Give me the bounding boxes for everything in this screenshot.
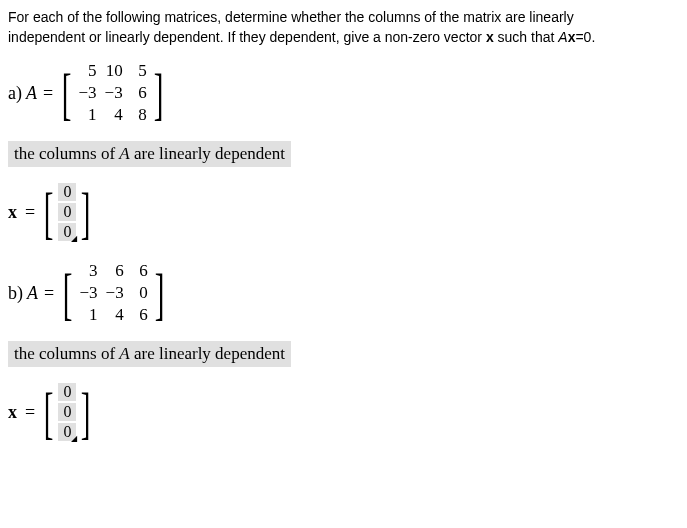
bracket-left-icon: [ (63, 269, 73, 318)
bracket-left-icon: [ (44, 388, 54, 437)
matrix-cell: 8 (129, 105, 149, 125)
answer-a-var: A (119, 144, 129, 163)
problem-a-label: a) (8, 83, 22, 104)
answer-b-var: A (119, 344, 129, 363)
matrix-cell: 6 (130, 305, 150, 325)
bracket-right-icon: ] (155, 269, 165, 318)
vector-input-b-1[interactable]: 0 (58, 383, 76, 401)
x-label-a: x (8, 202, 17, 223)
matrix-cell: 0 (130, 283, 150, 303)
answer-a-suffix: are linearly dependent (130, 144, 285, 163)
matrix-cell: 4 (104, 305, 126, 325)
problem-a: a) A = [ 5 10 5 −3 −3 6 1 4 8 ] (8, 59, 679, 127)
bracket-right-icon: ] (81, 188, 91, 237)
problem-b-label: b) (8, 283, 23, 304)
x-eq-a: = (25, 202, 35, 223)
matrix-cell: 5 (129, 61, 149, 81)
matrix-cell: 5 (76, 61, 98, 81)
bracket-left-icon: [ (44, 188, 54, 237)
problem-a-equation: a) A = [ 5 10 5 −3 −3 6 1 4 8 ] (8, 59, 679, 127)
x-label-b: x (8, 402, 17, 423)
problem-b-matrix: [ 3 6 6 −3 −3 0 1 4 6 ] (58, 259, 169, 327)
matrix-cell: 3 (77, 261, 99, 281)
bracket-right-icon: ] (81, 388, 91, 437)
instructions-line2-mid: such that (494, 29, 559, 45)
matrix-cell: −3 (103, 83, 125, 103)
instructions-A: A (558, 29, 567, 45)
vector-grid-a: 0 0 0◢ (58, 181, 76, 243)
problem-a-eq: = (43, 83, 53, 104)
vector-input-a-3[interactable]: 0◢ (58, 223, 76, 241)
vector-input-a-2[interactable]: 0 (58, 203, 76, 221)
vector-row-b: x = [ 0 0 0◢ ] (8, 381, 679, 443)
matrix-cell: −3 (76, 83, 98, 103)
instructions-line2-prefix: independent or linearly dependent. If th… (8, 29, 486, 45)
matrix-grid-a: 5 10 5 −3 −3 6 1 4 8 (76, 59, 148, 127)
problem-b: b) A = [ 3 6 6 −3 −3 0 1 4 6 ] (8, 259, 679, 327)
matrix-cell: 4 (103, 105, 125, 125)
vector-input-b-2[interactable]: 0 (58, 403, 76, 421)
vector-row-a: x = [ 0 0 0◢ ] (8, 181, 679, 243)
answer-select-a[interactable]: the columns of A are linearly dependent (8, 141, 291, 167)
resize-handle-icon[interactable]: ◢ (70, 435, 78, 443)
bracket-right-icon: ] (153, 69, 163, 118)
matrix-grid-b: 3 6 6 −3 −3 0 1 4 6 (77, 259, 149, 327)
answer-b-prefix: the columns of (14, 344, 119, 363)
matrix-cell: 1 (76, 105, 98, 125)
matrix-cell: 6 (104, 261, 126, 281)
vector-matrix-a: [ 0 0 0◢ ] (39, 181, 96, 243)
vector-matrix-b: [ 0 0 0◢ ] (39, 381, 96, 443)
problem-b-var: A (27, 283, 38, 304)
vector-input-b-3[interactable]: 0◢ (58, 423, 76, 441)
problem-b-equation: b) A = [ 3 6 6 −3 −3 0 1 4 6 ] (8, 259, 679, 327)
problem-a-var: A (26, 83, 37, 104)
x-eq-b: = (25, 402, 35, 423)
matrix-cell: −3 (77, 283, 99, 303)
problem-a-matrix: [ 5 10 5 −3 −3 6 1 4 8 ] (57, 59, 168, 127)
answer-b-suffix: are linearly dependent (130, 344, 285, 363)
problem-b-eq: = (44, 283, 54, 304)
instructions-line2-suffix: =0. (575, 29, 595, 45)
bracket-left-icon: [ (62, 69, 72, 118)
answer-select-b[interactable]: the columns of A are linearly dependent (8, 341, 291, 367)
matrix-cell: −3 (104, 283, 126, 303)
vector-input-a-1[interactable]: 0 (58, 183, 76, 201)
resize-handle-icon[interactable]: ◢ (70, 235, 78, 243)
matrix-cell: 10 (103, 61, 125, 81)
answer-a-prefix: the columns of (14, 144, 119, 163)
matrix-cell: 6 (129, 83, 149, 103)
matrix-cell: 6 (130, 261, 150, 281)
instructions-line1: For each of the following matrices, dete… (8, 9, 574, 25)
instructions-x: x (486, 29, 494, 45)
vector-grid-b: 0 0 0◢ (58, 381, 76, 443)
instructions: For each of the following matrices, dete… (8, 8, 679, 47)
matrix-cell: 1 (77, 305, 99, 325)
